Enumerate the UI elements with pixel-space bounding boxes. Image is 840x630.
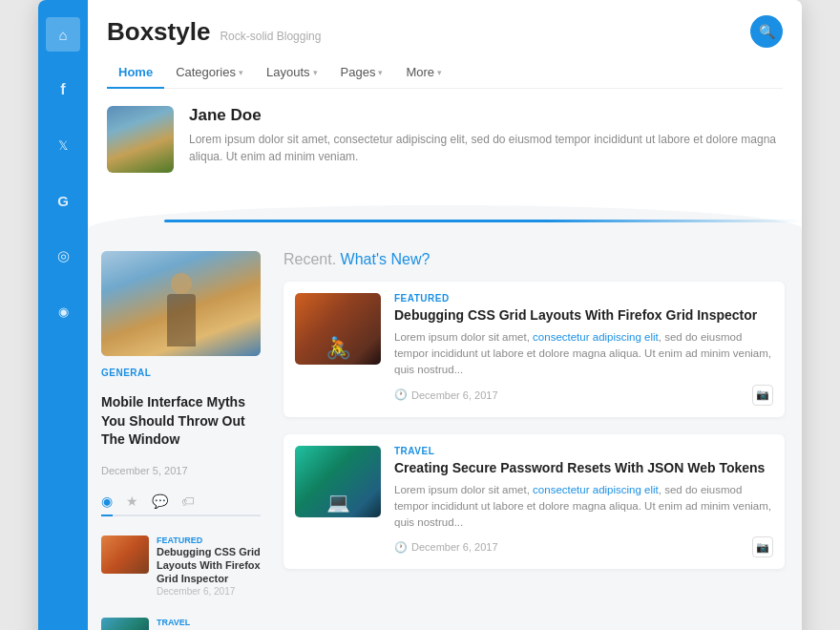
post-title[interactable]: Mobile Interface Myths You Should Throw … (101, 393, 261, 450)
tab-chat[interactable]: 💬 (152, 494, 168, 516)
article-2-excerpt: Lorem ipsum dolor sit amet, consectetur … (394, 482, 773, 532)
camera-icon: 📷 (752, 536, 773, 557)
tabs-row: ◉ ★ 💬 🏷 (101, 488, 261, 516)
search-icon: 🔍 (759, 24, 775, 39)
author-name: Jane Doe (189, 106, 783, 125)
clock-icon: 🕐 (394, 541, 408, 554)
nav-layouts-label: Layouts (266, 65, 310, 79)
header-top: Boxstyle Rock-solid Blogging 🔍 (107, 15, 783, 48)
recent-heading: Recent. What's New? (284, 251, 785, 268)
nav-home[interactable]: Home (107, 57, 164, 89)
post-category: General (101, 368, 261, 378)
clock-icon: 🕐 (394, 388, 408, 401)
article-1-date: 🕐 December 6, 2017 (394, 388, 498, 401)
chevron-down-icon: ▾ (239, 68, 243, 77)
nav-pages[interactable]: Pages ▾ (329, 57, 395, 89)
author-info: Jane Doe Lorem ipsum dolor sit amet, con… (189, 106, 783, 165)
right-column: Recent. What's New? Featured Debugging C… (274, 236, 802, 630)
article-2-thumbnail (295, 446, 381, 517)
browser-window: ⌂ f 𝕏 G ◎ ◉ Boxstyle Rock-solid Blogging… (38, 0, 802, 630)
nav-home-label: Home (118, 65, 153, 79)
small-post-2-image (101, 618, 149, 630)
article-2-title[interactable]: Creating Secure Password Resets With JSO… (394, 459, 773, 477)
article-1-category: Featured (394, 293, 773, 304)
left-column: General Mobile Interface Myths You Shoul… (88, 236, 274, 630)
article-1-excerpt: Lorem ipsum dolor sit amet, consectetur … (394, 329, 773, 379)
sidebar-google-icon[interactable]: G (46, 183, 80, 218)
logo-area: Boxstyle Rock-solid Blogging (107, 17, 321, 47)
nav-categories[interactable]: Categories ▾ (164, 57, 255, 89)
sidebar-twitter-icon[interactable]: 𝕏 (46, 128, 80, 162)
header: Boxstyle Rock-solid Blogging 🔍 Home Cate… (88, 0, 802, 89)
nav-more-label: More (406, 65, 434, 79)
avatar (107, 106, 174, 173)
article-1-footer: 🕐 December 6, 2017 📷 (394, 385, 773, 406)
search-button[interactable]: 🔍 (750, 15, 783, 48)
chevron-down-icon: ▾ (437, 68, 442, 77)
article-card-1: Featured Debugging CSS Grid Layouts With… (284, 282, 785, 417)
wave-line (164, 220, 802, 222)
small-post-1: Featured Debugging CSS Grid Layouts With… (101, 536, 261, 597)
sidebar: ⌂ f 𝕏 G ◎ ◉ (38, 0, 88, 630)
article-1-title[interactable]: Debugging CSS Grid Layouts With Firefox … (394, 306, 773, 325)
feature-post-image (101, 251, 261, 356)
wave-divider (88, 190, 802, 236)
post-date: December 5, 2017 (101, 465, 261, 476)
nav-pages-label: Pages (341, 65, 376, 79)
small-post-1-image (101, 536, 149, 574)
small-post-1-date: December 6, 2017 (157, 586, 261, 597)
article-1-thumbnail (295, 293, 381, 365)
author-bio: Lorem ipsum dolor sit amet, consectetur … (189, 131, 783, 165)
recent-subheading: What's New? (341, 251, 430, 267)
small-post-1-title[interactable]: Debugging CSS Grid Layouts With Firefox … (157, 545, 261, 586)
author-section: Jane Doe Lorem ipsum dolor sit amet, con… (88, 89, 802, 190)
small-post-1-category: Featured (157, 536, 261, 545)
tab-star[interactable]: ★ (126, 494, 138, 516)
sidebar-rss-icon[interactable]: ◉ (46, 294, 80, 328)
nav-more[interactable]: More ▾ (394, 57, 453, 89)
camera-icon: 📷 (752, 385, 773, 406)
nav-layouts[interactable]: Layouts ▾ (255, 57, 329, 89)
tab-tag[interactable]: 🏷 (181, 494, 195, 516)
nav-categories-label: Categories (176, 65, 236, 79)
tab-recent[interactable]: ◉ (101, 494, 113, 516)
sidebar-home-icon[interactable]: ⌂ (46, 17, 80, 52)
sidebar-facebook-icon[interactable]: f (46, 73, 80, 107)
logo-text: Boxstyle (107, 17, 210, 47)
article-2-category: Travel (394, 446, 773, 456)
main-content: Boxstyle Rock-solid Blogging 🔍 Home Cate… (88, 0, 802, 630)
article-2-date: 🕐 December 6, 2017 (394, 541, 498, 554)
small-post-2: Travel Creating Secure (101, 618, 261, 630)
article-2-footer: 🕐 December 6, 2017 📷 (394, 536, 773, 557)
chevron-down-icon: ▾ (313, 68, 318, 77)
chevron-down-icon: ▾ (378, 68, 383, 77)
sidebar-dribbble-icon[interactable]: ◎ (46, 239, 80, 273)
nav-bar: Home Categories ▾ Layouts ▾ Pages ▾ More… (107, 57, 783, 89)
article-card-2: Travel Creating Secure Password Resets W… (284, 434, 785, 570)
content-area: General Mobile Interface Myths You Shoul… (88, 236, 802, 630)
logo-tagline: Rock-solid Blogging (220, 30, 321, 43)
small-post-2-category: Travel (157, 618, 237, 627)
